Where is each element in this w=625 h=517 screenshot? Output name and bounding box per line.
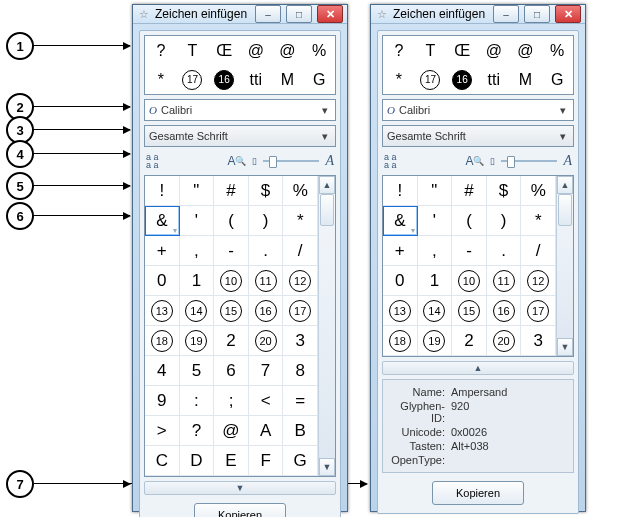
recent-glyph-cell[interactable]: 17 <box>415 65 447 94</box>
subset-combo[interactable]: Gesamte Schrift ▾ <box>144 125 336 147</box>
glyph-cell[interactable]: ? <box>180 416 215 446</box>
glyph-cell[interactable]: . <box>249 236 284 266</box>
glyph-cell[interactable]: C <box>145 446 180 476</box>
glyph-cell[interactable]: 10 <box>452 266 487 296</box>
show-alternates-icon[interactable]: a a a a <box>384 153 397 169</box>
glyph-cell[interactable]: 3 <box>521 326 556 356</box>
recent-glyph-cell[interactable]: T <box>415 36 447 65</box>
maximize-button[interactable]: □ <box>286 5 312 23</box>
recent-glyphs[interactable]: ?TŒ@@%*1716ttiMG <box>144 35 336 95</box>
recent-glyph-cell[interactable]: ? <box>145 36 177 65</box>
glyph-cell[interactable]: # <box>214 176 249 206</box>
recent-glyph-cell[interactable]: @ <box>272 36 304 65</box>
glyph-cell[interactable]: - <box>452 236 487 266</box>
glyph-cell[interactable]: 6 <box>214 356 249 386</box>
glyph-cell[interactable]: " <box>418 176 453 206</box>
glyph-cell[interactable]: F <box>249 446 284 476</box>
glyph-cell[interactable]: 0 <box>383 266 418 296</box>
glyph-cell[interactable]: 16 <box>249 296 284 326</box>
glyph-cell[interactable]: 2 <box>214 326 249 356</box>
glyph-cell[interactable]: 15 <box>452 296 487 326</box>
glyph-cell[interactable]: 11 <box>249 266 284 296</box>
glyph-cell[interactable]: E <box>214 446 249 476</box>
glyph-cell[interactable]: * <box>283 206 318 236</box>
glyph-cell[interactable]: ) <box>249 206 284 236</box>
glyph-cell[interactable]: &▾ <box>383 206 418 236</box>
glyph-cell[interactable]: 15 <box>214 296 249 326</box>
zoom-slider[interactable] <box>501 155 557 167</box>
glyph-cell[interactable]: 7 <box>249 356 284 386</box>
recent-glyph-cell[interactable]: G <box>303 65 335 94</box>
glyph-cell[interactable]: 19 <box>418 326 453 356</box>
glyph-cell[interactable]: < <box>249 386 284 416</box>
glyph-cell[interactable]: 16 <box>487 296 522 326</box>
glyph-cell[interactable]: 12 <box>521 266 556 296</box>
glyph-cell[interactable]: 13 <box>145 296 180 326</box>
glyph-cell[interactable]: 13 <box>383 296 418 326</box>
scroll-down-button[interactable]: ▼ <box>319 458 335 476</box>
recent-glyph-cell[interactable]: * <box>383 65 415 94</box>
glyph-cell[interactable]: ! <box>145 176 180 206</box>
glyph-cell[interactable]: , <box>180 236 215 266</box>
glyph-cell[interactable]: 14 <box>180 296 215 326</box>
glyph-cell[interactable]: 18 <box>383 326 418 356</box>
glyph-cell[interactable]: 4 <box>145 356 180 386</box>
glyph-cell[interactable]: ! <box>383 176 418 206</box>
glyph-cell[interactable]: 19 <box>180 326 215 356</box>
scrollbar[interactable]: ▲ ▼ <box>318 176 335 476</box>
font-combo[interactable]: O Calibri ▾ <box>382 99 574 121</box>
glyph-cell[interactable]: 18 <box>145 326 180 356</box>
glyph-cell[interactable]: - <box>214 236 249 266</box>
glyph-cell[interactable]: ' <box>180 206 215 236</box>
glyph-cell[interactable]: &▾ <box>145 206 180 236</box>
zoom-out-icon[interactable]: ▯ <box>490 156 495 166</box>
glyph-cell[interactable]: ; <box>214 386 249 416</box>
recent-glyph-cell[interactable]: M <box>510 65 542 94</box>
glyph-cell[interactable]: 20 <box>487 326 522 356</box>
glyph-cell[interactable]: A <box>249 416 284 446</box>
scroll-down-button[interactable]: ▼ <box>557 338 573 356</box>
glyph-cell[interactable]: 1 <box>180 266 215 296</box>
glyph-cell[interactable]: , <box>418 236 453 266</box>
scroll-thumb[interactable] <box>320 194 334 226</box>
glyph-list[interactable]: !"#$%&▾'()*+,-./011011121314151617181922… <box>382 175 574 357</box>
copy-button[interactable]: Kopieren <box>194 503 286 517</box>
scroll-up-button[interactable]: ▲ <box>319 176 335 194</box>
scroll-thumb[interactable] <box>558 194 572 226</box>
glyph-cell[interactable]: 20 <box>249 326 284 356</box>
glyph-cell[interactable]: % <box>283 176 318 206</box>
glyph-cell[interactable]: 5 <box>180 356 215 386</box>
glyph-cell[interactable]: . <box>487 236 522 266</box>
glyph-cell[interactable]: * <box>521 206 556 236</box>
recent-glyph-cell[interactable]: Œ <box>208 36 240 65</box>
recent-glyph-cell[interactable]: % <box>541 36 573 65</box>
glyph-cell[interactable]: ( <box>452 206 487 236</box>
glyph-cell[interactable]: @ <box>214 416 249 446</box>
glyph-cell[interactable]: 11 <box>487 266 522 296</box>
recent-glyph-cell[interactable]: 17 <box>177 65 209 94</box>
recent-glyphs[interactable]: ?TŒ@@%*1716ttiMG <box>382 35 574 95</box>
glyph-cell[interactable]: 17 <box>283 296 318 326</box>
glyph-cell[interactable]: / <box>283 236 318 266</box>
zoom-slider[interactable] <box>263 155 319 167</box>
close-button[interactable]: ✕ <box>555 5 581 23</box>
glyph-cell[interactable]: B <box>283 416 318 446</box>
minimize-button[interactable]: – <box>255 5 281 23</box>
glyph-cell[interactable]: G <box>283 446 318 476</box>
titlebar[interactable]: ☆ Zeichen einfügen – □ ✕ <box>133 5 347 24</box>
glyph-cell[interactable]: 1 <box>418 266 453 296</box>
glyph-cell[interactable]: ' <box>418 206 453 236</box>
recent-glyph-cell[interactable]: G <box>541 65 573 94</box>
glyph-cell[interactable]: D <box>180 446 215 476</box>
recent-glyph-cell[interactable]: * <box>145 65 177 94</box>
zoom-in-icon[interactable]: A <box>325 153 334 169</box>
glyph-cell[interactable]: 3 <box>283 326 318 356</box>
glyph-cell[interactable]: 9 <box>145 386 180 416</box>
close-button[interactable]: ✕ <box>317 5 343 23</box>
glyph-cell[interactable]: $ <box>487 176 522 206</box>
glyph-cell[interactable]: 0 <box>145 266 180 296</box>
glyph-cell[interactable]: 12 <box>283 266 318 296</box>
glyph-cell[interactable]: = <box>283 386 318 416</box>
search-glyph-icon[interactable]: A 🔍 <box>465 154 484 168</box>
recent-glyph-cell[interactable]: 16 <box>208 65 240 94</box>
